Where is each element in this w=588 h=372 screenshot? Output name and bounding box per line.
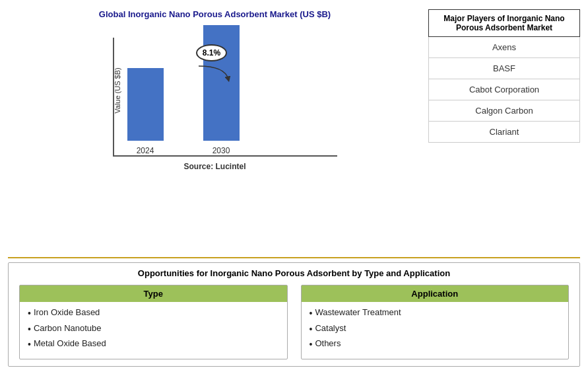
app-bullet-icon-1: • <box>310 307 313 319</box>
application-item-2: • Catalyst <box>310 323 561 335</box>
application-item-1-label: Wastewater Treatment <box>315 307 401 317</box>
growth-bubble: 8.1% <box>196 44 227 61</box>
type-item-3-label: Metal Oxide Based <box>34 338 106 348</box>
bottom-section: Opportunities for Inorganic Nano Porous … <box>8 262 580 367</box>
growth-annotation: 8.1% <box>192 44 232 83</box>
bullet-icon-3: • <box>28 338 31 350</box>
players-header: Major Players of Inorganic Nano Porous A… <box>428 9 580 37</box>
bar-label-2030: 2030 <box>212 146 230 155</box>
application-items: • Wastewater Treatment • Catalyst • Othe… <box>302 307 569 350</box>
type-item-3: • Metal Oxide Based <box>28 338 279 350</box>
application-item-2-label: Catalyst <box>315 323 346 333</box>
application-item-1: • Wastewater Treatment <box>310 307 561 319</box>
source-text: Source: Lucintel <box>183 162 245 171</box>
growth-arrow-icon <box>192 63 232 83</box>
application-item-3-label: Others <box>315 338 341 348</box>
player-clariant: Clariant <box>428 122 580 143</box>
bottom-columns: Type • Iron Oxide Based • Carbon Nanotub… <box>19 285 569 359</box>
bar-2024 <box>127 68 164 141</box>
bar-label-2024: 2024 <box>137 146 154 155</box>
player-basf: BASF <box>428 58 580 79</box>
application-column: Application • Wastewater Treatment • Cat… <box>301 285 570 359</box>
type-item-2-label: Carbon Nanotube <box>34 323 102 333</box>
type-item-1: • Iron Oxide Based <box>28 307 279 319</box>
bullet-icon-2: • <box>28 323 31 335</box>
bullet-icon-1: • <box>28 307 31 319</box>
chart-title: Global Inorganic Nano Porous Adsorbent M… <box>99 9 331 19</box>
type-items: • Iron Oxide Based • Carbon Nanotube • M… <box>20 307 287 350</box>
bar-2030 <box>203 25 240 141</box>
opportunities-title: Opportunities for Inorganic Nano Porous … <box>19 268 569 278</box>
type-column: Type • Iron Oxide Based • Carbon Nanotub… <box>19 285 288 359</box>
app-bullet-icon-2: • <box>310 323 313 335</box>
player-calgon: Calgon Carbon <box>428 100 580 122</box>
player-axens: Axens <box>428 37 580 58</box>
bar-group-2024: 2024 <box>127 68 164 155</box>
application-header: Application <box>302 285 569 302</box>
player-cabot: Cabot Corporation <box>428 79 580 100</box>
divider <box>8 257 580 258</box>
players-area: Major Players of Inorganic Nano Porous A… <box>428 7 580 252</box>
y-axis-label: Value (US $B) <box>113 67 121 114</box>
app-bullet-icon-3: • <box>310 338 313 350</box>
type-item-2: • Carbon Nanotube <box>28 323 279 335</box>
type-header: Type <box>20 285 287 302</box>
application-item-3: • Others <box>310 338 561 350</box>
type-item-1-label: Iron Oxide Based <box>34 307 100 317</box>
